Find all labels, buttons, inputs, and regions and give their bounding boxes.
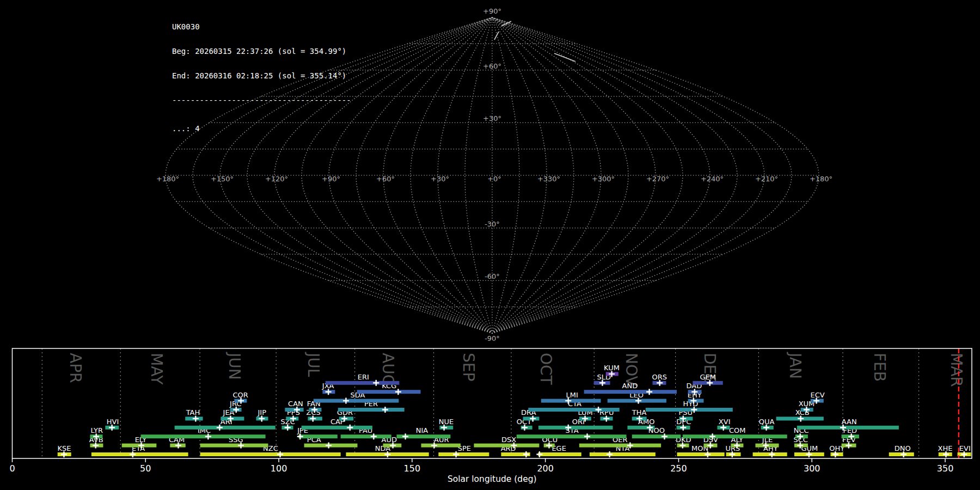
map-latitude-label: +60° xyxy=(483,62,501,70)
month-label: FEB xyxy=(871,353,889,382)
x-tick-label: 50 xyxy=(140,463,151,474)
map-longitude-label: +60° xyxy=(376,175,395,183)
month-label: MAY xyxy=(148,353,166,385)
shower-peak-marker xyxy=(646,389,652,395)
shower-peak-marker xyxy=(584,433,590,439)
shower-label: LMI xyxy=(566,391,578,399)
end-time: End: 20260316 02:18:25 (sol = 355.14°) xyxy=(172,72,351,80)
observation-header: UK0030 Beg: 20260315 22:37:26 (sol = 354… xyxy=(172,7,351,149)
month-label: JUN xyxy=(225,352,243,380)
shower-bar xyxy=(538,426,613,430)
shower-label: EVI xyxy=(959,444,971,452)
shower-bar xyxy=(579,444,661,448)
shower-bar xyxy=(632,434,681,438)
header-separator: --------------------------------------- xyxy=(172,96,351,105)
shower-label: KSE xyxy=(57,444,71,452)
shower-bar xyxy=(474,444,539,448)
x-tick-label: 300 xyxy=(804,463,820,474)
shower-label: DNO xyxy=(895,444,911,452)
shower-peak-marker xyxy=(373,380,379,386)
meteor-count: ...: 4 xyxy=(172,125,351,133)
shower-bar xyxy=(200,444,268,448)
map-longitude-label: +240° xyxy=(701,175,724,183)
shower-label: COM xyxy=(729,426,746,434)
map-latitude-label: +90° xyxy=(483,7,501,15)
shower-bar xyxy=(200,452,341,456)
shower-label: AND xyxy=(622,382,638,390)
shower-activity-chart: APRMAYJUNJULAUGSEPOCTNOVDECJANFEBMARKSEE… xyxy=(9,348,972,484)
month-label: MAR xyxy=(947,353,965,387)
shower-peak-marker xyxy=(382,407,388,413)
shower-peak-marker xyxy=(343,398,349,404)
shower-bar xyxy=(797,426,899,430)
x-tick-label: 350 xyxy=(937,463,954,474)
shower-label: XVI xyxy=(719,418,731,426)
shower-bar xyxy=(302,426,372,430)
station-id: UK0030 xyxy=(172,23,351,31)
shower-bar xyxy=(314,399,399,403)
shower-label: XHE xyxy=(938,444,953,452)
shower-bar xyxy=(341,434,391,438)
shower-label: AAN xyxy=(842,418,857,426)
shower-label: ECV xyxy=(810,391,824,399)
shower-label: LYR xyxy=(90,426,103,434)
shower-label: NIA xyxy=(416,426,428,434)
map-longitude-label: +210° xyxy=(755,175,778,183)
x-tick-label: 100 xyxy=(271,463,287,474)
x-tick-label: 250 xyxy=(670,463,687,474)
shower-peak-marker xyxy=(402,433,408,439)
shower-bar xyxy=(298,434,337,438)
map-latitude-label: +30° xyxy=(483,114,501,122)
map-latitude-label: -30° xyxy=(485,220,500,228)
meteor-track xyxy=(554,53,575,62)
shower-bar xyxy=(140,434,265,438)
shower-bar xyxy=(438,452,489,456)
map-longitude-label: +120° xyxy=(265,175,288,183)
shower-label: QUA xyxy=(759,418,775,426)
shower-bar xyxy=(528,408,619,412)
shower-bar xyxy=(590,452,656,456)
shower-bar xyxy=(175,426,275,430)
shower-label: COR xyxy=(232,391,248,399)
shower-peak-marker xyxy=(326,443,332,449)
map-longitude-label: +0° xyxy=(487,175,501,183)
shower-label: HVI xyxy=(107,418,119,426)
shower-peak-marker xyxy=(536,451,542,457)
shower-label: TAH xyxy=(186,408,200,416)
figure-svg: +180°+150°+120°+90°+60°+30°+0°+330°+300°… xyxy=(0,0,980,490)
shower-label: KUM xyxy=(604,364,620,372)
shower-bar xyxy=(584,390,677,394)
map-latitude-label: -90° xyxy=(485,334,500,342)
map-meridian xyxy=(492,17,574,333)
begin-time: Beg: 20260315 22:37:26 (sol = 354.99°) xyxy=(172,47,351,56)
shower-label: DSX xyxy=(501,436,516,444)
map-longitude-label: +270° xyxy=(646,175,669,183)
map-meridian xyxy=(411,17,492,333)
shower-peak-marker xyxy=(347,425,353,431)
shower-label: GEM xyxy=(700,373,716,381)
shower-bar xyxy=(538,452,581,456)
map-longitude-label: +30° xyxy=(431,175,449,183)
month-label: JUL xyxy=(304,352,322,377)
month-label: OCT xyxy=(537,353,555,385)
map-latitude-label: -60° xyxy=(485,272,500,280)
shower-bar xyxy=(646,408,733,412)
map-longitude-label: +180° xyxy=(156,175,179,183)
month-label: APR xyxy=(66,353,84,383)
shower-bar xyxy=(517,434,627,438)
x-tick-label: 200 xyxy=(537,463,554,474)
shower-bar xyxy=(326,381,400,385)
month-label: JAN xyxy=(786,352,804,379)
shower-label: CAN xyxy=(288,400,303,408)
shower-peak-marker xyxy=(523,451,529,457)
shower-bar xyxy=(421,444,461,448)
shower-bar xyxy=(683,434,787,438)
shower-bar xyxy=(91,452,188,456)
map-longitude-label: +300° xyxy=(592,175,615,183)
shower-label: ERI xyxy=(358,373,369,381)
x-tick-label: 150 xyxy=(404,463,421,474)
month-label: SEP xyxy=(460,353,477,381)
shower-bar xyxy=(357,390,421,394)
map-longitude-label: +330° xyxy=(537,175,560,183)
shower-bar xyxy=(338,408,405,412)
